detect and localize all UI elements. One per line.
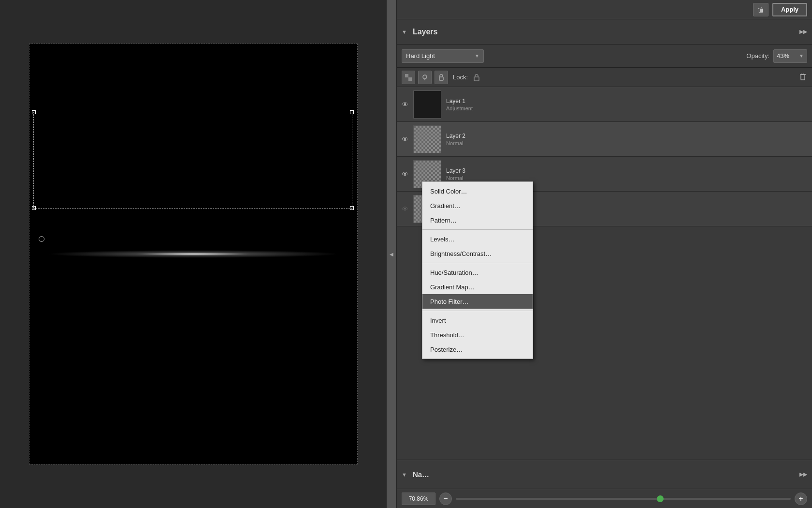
dropdown-item-posterize[interactable]: Posterize…: [422, 342, 533, 357]
canvas-area: [0, 0, 387, 508]
dropdown-item-levels[interactable]: Levels…: [422, 232, 533, 246]
svg-rect-0: [405, 74, 408, 77]
svg-rect-1: [408, 74, 412, 77]
blend-mode-select[interactable]: Hard Light ▼: [402, 49, 484, 63]
opacity-arrow-icon: ▼: [799, 53, 804, 59]
dropdown-item-pattern[interactable]: Pattern…: [422, 213, 533, 227]
layer-thumbnail: [413, 90, 441, 119]
dropdown-item-solid-color[interactable]: Solid Color…: [422, 184, 533, 198]
dropdown-item-gradient[interactable]: Gradient…: [422, 198, 533, 213]
top-toolbar: 🗑 Apply: [397, 0, 812, 19]
selection-handle-tr[interactable]: [350, 110, 354, 114]
svg-rect-7: [474, 77, 479, 81]
panel-divider[interactable]: ◀: [387, 0, 396, 508]
lock-all-icon[interactable]: [471, 72, 482, 83]
dropdown-section-other: Invert Threshold… Posterize…: [422, 311, 533, 359]
lock-label: Lock:: [453, 74, 468, 81]
layers-double-arrow-icon[interactable]: ▶▶: [799, 29, 807, 35]
layer-visibility-toggle[interactable]: 👁: [400, 99, 410, 110]
layer-item[interactable]: 👁 Layer 1 Adjustment: [397, 87, 812, 122]
zoom-in-button[interactable]: +: [795, 493, 807, 505]
opacity-label: Opacity:: [746, 52, 769, 60]
svg-rect-3: [408, 77, 412, 81]
layer-type: Normal: [446, 140, 809, 146]
layer-delete-icon[interactable]: [798, 72, 807, 83]
layer-info: Layer 1 Adjustment: [444, 98, 809, 111]
lock-row: Lock:: [397, 68, 812, 87]
lock-position-button[interactable]: [435, 71, 448, 84]
divider-arrow-icon: ◀: [390, 252, 393, 257]
layers-panel: ▼ Layers ▶▶ Hard Light ▼ Opacity: 43% ▼: [397, 19, 812, 508]
svg-rect-8: [801, 75, 805, 80]
layer-visibility-toggle[interactable]: 👁: [400, 134, 410, 145]
layer-info: Layer 2 Normal: [444, 133, 809, 146]
nav-double-arrow-icon[interactable]: ▶▶: [799, 471, 807, 478]
dropdown-item-invert[interactable]: Invert: [422, 313, 533, 328]
layer-thumbnail: [413, 125, 441, 153]
nav-panel: ▼ Na… ▶▶: [397, 460, 812, 489]
layers-list[interactable]: 👁 Layer 1 Adjustment 👁 Layer 2 Normal 👁: [397, 87, 812, 460]
zoom-slider-thumb[interactable]: [657, 495, 664, 502]
zoom-out-button[interactable]: −: [439, 493, 452, 505]
selection-rectangle[interactable]: [33, 112, 352, 209]
lock-transparent-pixels-button[interactable]: [402, 71, 415, 84]
blend-opacity-row: Hard Light ▼ Opacity: 43% ▼: [397, 45, 812, 68]
opacity-value-text: 43%: [777, 52, 789, 60]
layer-name: Layer 3: [446, 167, 809, 174]
layer-visibility-toggle[interactable]: 👁: [400, 204, 410, 214]
zoom-bar: 70.86% − +: [397, 489, 812, 508]
svg-point-4: [423, 75, 427, 79]
dropdown-item-photo-filter[interactable]: Photo Filter…: [422, 294, 533, 309]
layers-panel-title: Layers: [413, 28, 796, 36]
layer-type: Adjustment: [446, 105, 809, 111]
layers-header: ▼ Layers ▶▶: [397, 19, 812, 45]
zoom-value-display[interactable]: 70.86%: [402, 493, 435, 505]
lock-icons-group: [471, 72, 482, 83]
selection-handle-tl[interactable]: [32, 110, 36, 114]
blend-mode-arrow-icon: ▼: [475, 53, 479, 59]
light-beam: [29, 250, 357, 258]
layer-type: Normal: [446, 175, 809, 181]
opacity-input[interactable]: 43% ▼: [773, 49, 807, 63]
layers-collapse-arrow[interactable]: ▼: [402, 29, 407, 35]
selection-center-icon: [39, 236, 44, 242]
delete-button[interactable]: 🗑: [753, 3, 768, 16]
canvas-inner: [0, 0, 387, 508]
right-panel: 🗑 Apply ▼ Layers ▶▶ Hard Light ▼ Opacity…: [396, 0, 812, 508]
canvas-document[interactable]: [29, 44, 358, 464]
dropdown-item-threshold[interactable]: Threshold…: [422, 328, 533, 342]
dropdown-item-hue-saturation[interactable]: Hue/Saturation…: [422, 265, 533, 280]
selection-handle-br[interactable]: [350, 206, 354, 210]
svg-rect-2: [405, 77, 408, 81]
lock-image-pixels-button[interactable]: [418, 71, 432, 84]
dropdown-item-brightness-contrast[interactable]: Brightness/Contrast…: [422, 246, 533, 261]
svg-rect-6: [439, 77, 443, 80]
apply-button[interactable]: Apply: [772, 3, 807, 16]
dropdown-section-fill: Solid Color… Gradient… Pattern…: [422, 182, 533, 230]
nav-panel-title: Na…: [413, 470, 796, 478]
layer-info: Layer 3 Normal: [444, 167, 809, 181]
dropdown-section-color: Hue/Saturation… Gradient Map… Photo Filt…: [422, 263, 533, 311]
layer-visibility-toggle[interactable]: 👁: [400, 169, 410, 179]
selection-handle-bl[interactable]: [32, 206, 36, 210]
layer-name: Layer 2: [446, 133, 809, 139]
adjustment-layer-dropdown: Solid Color… Gradient… Pattern… Levels… …: [422, 181, 533, 359]
layer-name: Layer 1: [446, 98, 809, 105]
dropdown-section-tonal: Levels… Brightness/Contrast…: [422, 230, 533, 263]
dropdown-item-gradient-map[interactable]: Gradient Map…: [422, 280, 533, 294]
layer-item[interactable]: 👁 Layer 2 Normal: [397, 122, 812, 157]
zoom-slider[interactable]: [456, 498, 791, 500]
blend-mode-value: Hard Light: [406, 52, 435, 60]
nav-collapse-arrow[interactable]: ▼: [402, 472, 407, 478]
